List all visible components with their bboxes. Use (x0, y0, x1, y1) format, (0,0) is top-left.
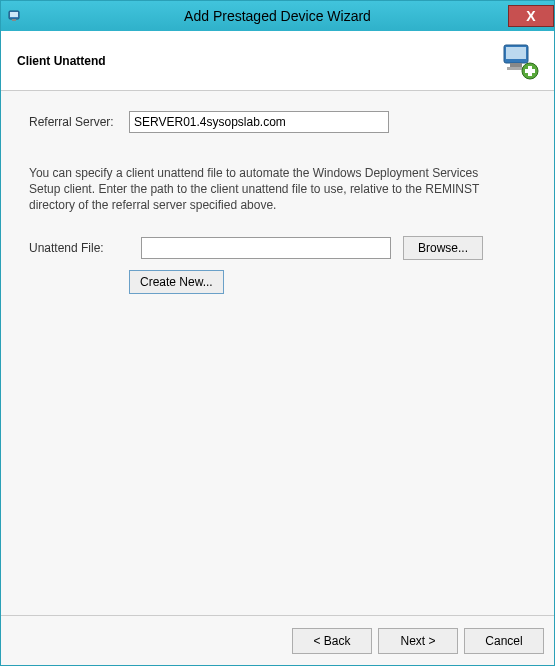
cancel-button[interactable]: Cancel (464, 628, 544, 654)
wizard-footer: < Back Next > Cancel (1, 615, 554, 665)
referral-server-row: Referral Server: (29, 111, 526, 133)
unattend-file-input[interactable] (141, 237, 391, 259)
step-title: Client Unattend (17, 54, 106, 68)
unattend-file-row: Unattend File: Browse... (29, 236, 526, 260)
wizard-header-icon (498, 39, 542, 83)
wizard-window: Add Prestaged Device Wizard X Client Una… (0, 0, 555, 666)
window-title: Add Prestaged Device Wizard (1, 8, 554, 24)
svg-rect-5 (510, 63, 522, 67)
svg-rect-9 (525, 69, 535, 73)
wizard-header: Client Unattend (1, 31, 554, 91)
referral-server-label: Referral Server: (29, 115, 129, 129)
back-button[interactable]: < Back (292, 628, 372, 654)
browse-button[interactable]: Browse... (403, 236, 483, 260)
wizard-body: Referral Server: You can specify a clien… (1, 91, 554, 615)
svg-rect-4 (506, 47, 526, 59)
next-button[interactable]: Next > (378, 628, 458, 654)
titlebar[interactable]: Add Prestaged Device Wizard X (1, 1, 554, 31)
unattend-file-label: Unattend File: (29, 241, 129, 255)
create-new-button[interactable]: Create New... (129, 270, 224, 294)
unattend-info-text: You can specify a client unattend file t… (29, 165, 509, 214)
referral-server-input[interactable] (129, 111, 389, 133)
